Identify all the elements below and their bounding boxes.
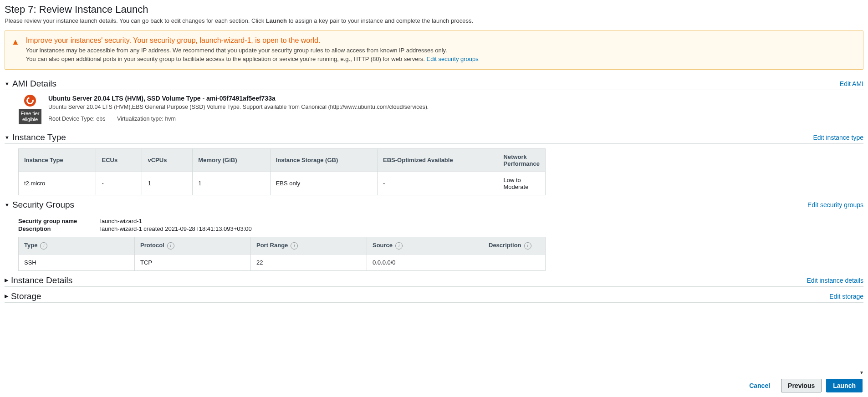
ami-root-device: Root Device Type: ebs (48, 116, 106, 122)
edit-instance-type-link[interactable]: Edit instance type (813, 134, 863, 141)
ami-body: Free tier eligible Ubuntu Server 20.04 L… (5, 90, 863, 128)
sg-desc-row: Description launch-wizard-1 created 2021… (18, 225, 863, 232)
sg-name-row: Security group name launch-wizard-1 (18, 218, 863, 224)
toggle-security-groups-icon[interactable]: ▼ (5, 202, 10, 208)
instance-type-table-head: Instance Type ECUs vCPUs Memory (GiB) In… (19, 148, 546, 172)
section-instance-details: ▶ Instance Details Edit instance details (5, 275, 863, 287)
ami-right-col: Ubuntu Server 20.04 LTS (HVM), SSD Volum… (48, 95, 863, 128)
launch-button[interactable]: Launch (826, 379, 863, 392)
edit-storage-link[interactable]: Edit storage (829, 293, 863, 300)
section-header-security-groups: ▼ Security Groups Edit security groups (5, 200, 863, 211)
section-title-instance-details: Instance Details (11, 275, 72, 285)
toggle-storage-icon[interactable]: ▶ (5, 293, 8, 299)
instance-type-table: Instance Type ECUs vCPUs Memory (GiB) In… (18, 148, 546, 195)
sg-desc-value: launch-wizard-1 created 2021-09-28T18:41… (100, 225, 252, 232)
warning-text-1: Your instances may be accessible from an… (26, 46, 479, 55)
info-icon[interactable]: i (40, 242, 47, 249)
warning-title: Improve your instances' security. Your s… (26, 36, 479, 45)
ami-meta: Root Device Type: ebs Virtualization typ… (48, 116, 863, 122)
sg-name-label: Security group name (18, 218, 100, 224)
section-title-ami: AMI Details (12, 79, 56, 89)
desc-post: to assign a key pair to your instance an… (287, 17, 473, 24)
desc-pre: Please review your instance launch detai… (5, 17, 266, 24)
wizard-footer: Cancel Previous Launch (0, 374, 868, 397)
ami-left-col: Free tier eligible (18, 95, 42, 128)
warning-body: Improve your instances' security. Your s… (26, 36, 479, 64)
page-description: Please review your instance launch detai… (5, 17, 863, 24)
free-tier-badge: Free tier eligible (19, 109, 42, 125)
security-warning-banner: ▲ Improve your instances' security. Your… (5, 31, 863, 70)
ami-description: Ubuntu Server 20.04 LTS (HVM),EBS Genera… (48, 104, 863, 110)
ubuntu-logo-icon (24, 95, 36, 107)
section-header-ami: ▼ AMI Details Edit AMI (5, 79, 863, 90)
info-icon[interactable]: i (167, 242, 174, 249)
security-rules-table: Typei Protocoli Port Rangei Sourcei Desc… (18, 237, 546, 271)
toggle-instance-type-icon[interactable]: ▼ (5, 135, 10, 140)
section-title-instance-type: Instance Type (12, 132, 66, 143)
section-security-groups: ▼ Security Groups Edit security groups S… (5, 200, 863, 271)
section-header-instance-type: ▼ Instance Type Edit instance type (5, 132, 863, 144)
section-title-security-groups: Security Groups (12, 200, 74, 210)
page-title: Step 7: Review Instance Launch (5, 4, 863, 15)
section-instance-type: ▼ Instance Type Edit instance type Insta… (5, 132, 863, 195)
toggle-ami-icon[interactable]: ▼ (5, 81, 10, 87)
ami-virtualization: Virtualization type: hvm (117, 116, 176, 122)
toggle-instance-details-icon[interactable]: ▶ (5, 277, 8, 283)
table-row: SSH TCP 22 0.0.0.0/0 (19, 254, 546, 270)
section-storage: ▶ Storage Edit storage (5, 291, 863, 303)
section-header-storage: ▶ Storage Edit storage (5, 291, 863, 303)
sg-desc-label: Description (18, 225, 100, 232)
section-header-instance-details: ▶ Instance Details Edit instance details (5, 275, 863, 287)
warning-text-2: You can also open additional ports in yo… (26, 55, 479, 64)
review-launch-page: Step 7: Review Instance Launch Please re… (0, 0, 868, 397)
desc-bold: Launch (266, 17, 287, 24)
edit-security-groups-link[interactable]: Edit security groups (427, 56, 479, 62)
warning-icon: ▲ (11, 36, 20, 64)
sg-name-value: launch-wizard-1 (100, 218, 142, 224)
ami-title: Ubuntu Server 20.04 LTS (HVM), SSD Volum… (48, 95, 863, 102)
info-icon[interactable]: i (291, 242, 298, 249)
table-row: t2.micro - 1 1 EBS only - Low to Moderat… (19, 172, 546, 195)
cancel-button[interactable]: Cancel (743, 379, 776, 392)
edit-security-groups-section-link[interactable]: Edit security groups (807, 201, 863, 209)
info-icon[interactable]: i (395, 242, 403, 249)
section-ami-details: ▼ AMI Details Edit AMI Free tier eligibl… (5, 79, 863, 128)
previous-button[interactable]: Previous (781, 379, 822, 392)
security-group-details: Security group name launch-wizard-1 Desc… (18, 218, 863, 232)
section-title-storage: Storage (11, 291, 41, 301)
edit-instance-details-link[interactable]: Edit instance details (807, 277, 863, 284)
edit-ami-link[interactable]: Edit AMI (840, 80, 863, 87)
info-icon[interactable]: i (524, 242, 531, 249)
